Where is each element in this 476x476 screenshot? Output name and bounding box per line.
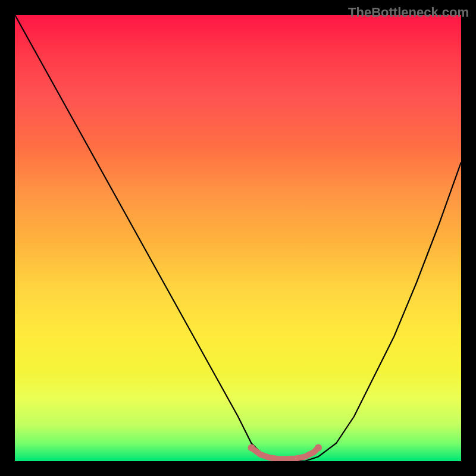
plot-area [15,15,461,461]
optimal-marker-endpoint [248,444,255,452]
chart-container: TheBottleneck.com [0,0,476,476]
optimal-marker-dots [248,444,322,452]
curve-svg [15,15,461,461]
watermark-text: TheBottleneck.com [348,5,469,20]
optimal-marker-path [252,448,319,459]
optimal-marker-endpoint [315,444,322,452]
bottleneck-curve-path [15,15,461,461]
